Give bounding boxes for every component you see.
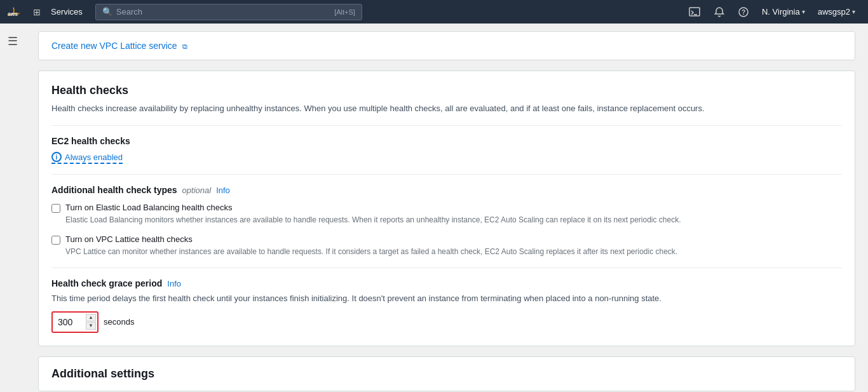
health-checks-title: Health checks (51, 84, 842, 97)
services-nav[interactable]: Services (46, 7, 88, 17)
grace-period-label: Health check grace period (51, 278, 162, 288)
spinner-buttons: ▲ ▼ (86, 313, 96, 332)
services-label: Services (51, 7, 83, 17)
grace-period-section: Health check grace period Info This time… (51, 278, 842, 333)
health-checks-panel: Health checks Health checks increase ava… (38, 71, 855, 346)
vpc-lattice-text: Create new VPC Lattice service (51, 41, 177, 51)
ec2-health-checks-label: EC2 health checks (51, 136, 842, 146)
always-enabled-link[interactable]: i Always enabled (51, 152, 123, 164)
vpc-lattice-link[interactable]: Create new VPC Lattice service ⧉ (51, 41, 187, 51)
optional-tag: optional (182, 186, 212, 195)
vpc-lattice-checkbox-desc: VPC Lattice can monitor whether instance… (65, 246, 677, 257)
vpc-lattice-checkbox[interactable] (51, 236, 60, 245)
grace-period-desc: This time period delays the first health… (51, 292, 842, 305)
vpc-lattice-checkbox-content: Turn on VPC Lattice health checks VPC La… (65, 234, 677, 257)
elb-checkbox-label: Turn on Elastic Load Balancing health ch… (65, 203, 681, 212)
additional-info-button[interactable]: Info (216, 186, 230, 195)
user-label: awsgsp2 (818, 7, 850, 17)
region-selector[interactable]: N. Virginia ▾ (757, 7, 810, 17)
user-menu[interactable]: awsgsp2 ▾ (813, 7, 860, 17)
divider-2 (51, 174, 842, 175)
grace-period-info-button[interactable]: Info (167, 279, 181, 288)
external-link-icon: ⧉ (182, 43, 187, 50)
always-enabled-text: Always enabled (65, 152, 123, 162)
grid-icon: ⊞ (33, 7, 41, 17)
aws-logo[interactable]: aws (8, 6, 28, 18)
elb-checkbox-item: Turn on Elastic Load Balancing health ch… (51, 203, 842, 226)
additional-health-checks-label: Additional health check types (51, 185, 177, 195)
user-caret: ▾ (852, 8, 855, 15)
svg-text:?: ? (742, 9, 745, 16)
region-label: N. Virginia (762, 7, 800, 17)
notifications-button[interactable] (709, 4, 730, 20)
health-checks-description: Health checks increase availability by r… (51, 102, 842, 115)
spinner-up-button[interactable]: ▲ (86, 314, 96, 321)
search-shortcut: [Alt+S] (334, 8, 355, 16)
grace-period-input-row: ▲ ▼ seconds (51, 311, 842, 333)
always-enabled-info-circle: i (51, 152, 62, 162)
nav-right: ? N. Virginia ▾ awsgsp2 ▾ (683, 3, 860, 21)
search-bar[interactable]: 🔍 [Alt+S] (95, 4, 362, 20)
terminal-button[interactable] (683, 3, 706, 21)
vpc-lattice-bar: Create new VPC Lattice service ⧉ (38, 31, 855, 60)
top-navigation: aws ⊞ Services 🔍 [Alt+S] (0, 0, 868, 24)
additional-settings-panel: Additional settings (38, 356, 855, 391)
help-button[interactable]: ? (733, 4, 754, 20)
elb-checkbox[interactable] (51, 204, 60, 213)
search-input[interactable] (116, 7, 334, 17)
region-caret: ▾ (802, 8, 805, 15)
main-content: Create new VPC Lattice service ⧉ Health … (25, 24, 868, 392)
spinner-down-button[interactable]: ▼ (86, 322, 96, 330)
svg-text:aws: aws (8, 11, 18, 17)
additional-settings-title: Additional settings (51, 367, 842, 381)
elb-checkbox-content: Turn on Elastic Load Balancing health ch… (65, 203, 681, 226)
hamburger-icon: ☰ (8, 35, 18, 48)
grace-period-spinner-wrapper: ▲ ▼ (51, 311, 98, 333)
seconds-label: seconds (104, 317, 134, 327)
divider-3 (51, 267, 842, 268)
divider-1 (51, 125, 842, 126)
search-icon: 🔍 (102, 7, 112, 17)
vpc-lattice-checkbox-label: Turn on VPC Lattice health checks (65, 234, 677, 244)
additional-health-checks-header: Additional health check types optional I… (51, 185, 842, 195)
elb-checkbox-desc: Elastic Load Balancing monitors whether … (65, 214, 681, 226)
vpc-lattice-checkbox-item: Turn on VPC Lattice health checks VPC La… (51, 234, 842, 257)
grace-period-header: Health check grace period Info (51, 278, 842, 288)
sidebar-toggle[interactable]: ☰ (5, 32, 20, 51)
